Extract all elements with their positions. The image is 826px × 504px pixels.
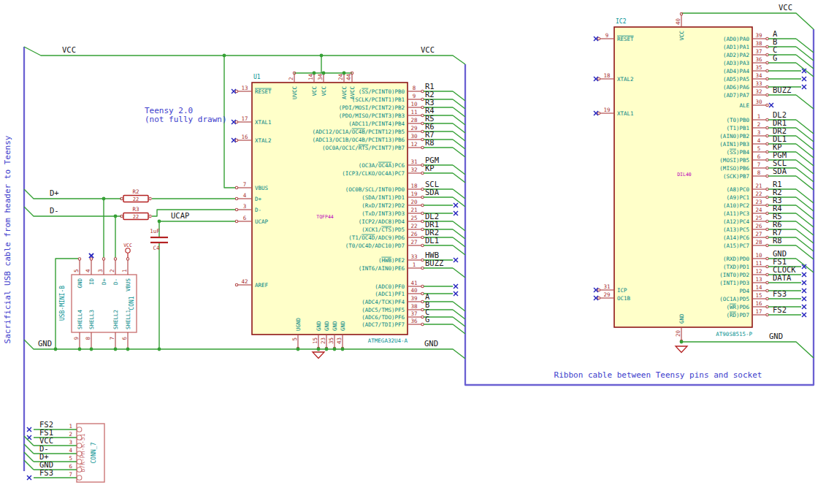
pin-circle[interactable] xyxy=(77,467,82,473)
pin-number[interactable]: 18 xyxy=(410,183,418,189)
pin-end[interactable] xyxy=(421,122,424,124)
pin-number[interactable]: 1 xyxy=(121,269,128,272)
pin-end[interactable] xyxy=(149,197,151,199)
pin-number[interactable]: 6 xyxy=(121,337,128,340)
wire[interactable] xyxy=(24,207,121,216)
bus-entry[interactable] xyxy=(453,165,465,175)
pin-end[interactable] xyxy=(235,90,237,92)
net-label-UCAP[interactable]: UCAP xyxy=(171,211,189,220)
pin-number[interactable]: 15 xyxy=(755,292,762,299)
pin-number[interactable]: 9 xyxy=(605,32,609,39)
resistor-r2[interactable]: R222 xyxy=(121,188,151,202)
pin-name[interactable]: VBUS xyxy=(125,278,131,292)
pin-number[interactable]: 9 xyxy=(73,337,80,340)
pin-number[interactable]: 31 xyxy=(410,159,417,165)
pin-name[interactable]: ICP xyxy=(617,287,627,294)
pin-number[interactable]: 6 xyxy=(243,215,247,221)
ground-symbol-icon[interactable] xyxy=(313,352,324,359)
pin-name[interactable]: (WR)PD6 xyxy=(726,304,749,310)
pin-end[interactable] xyxy=(421,98,424,100)
pin-number[interactable]: 1 xyxy=(413,261,416,268)
pin-end[interactable] xyxy=(766,236,768,238)
pin-number[interactable]: 3 xyxy=(97,269,104,272)
pin-number[interactable]: 10 xyxy=(755,252,762,259)
pin-number[interactable]: 43 xyxy=(336,337,343,344)
pin-name[interactable]: (PDO/MISO/PCINT3)PB3 xyxy=(339,112,405,119)
wire[interactable] xyxy=(24,189,121,199)
pin-number[interactable]: 37 xyxy=(410,310,417,317)
net-label-SDA[interactable]: SDA xyxy=(425,188,440,196)
pin-number[interactable]: 20 xyxy=(410,199,418,205)
pin-number[interactable]: 21 xyxy=(755,183,762,189)
pin-name[interactable]: (MISO)PB6 xyxy=(719,165,749,172)
pin-name[interactable]: SHELL2 xyxy=(112,310,119,329)
pin-number[interactable]: 2 xyxy=(69,431,72,438)
no-connect-icon[interactable] xyxy=(769,103,773,107)
pin-end[interactable] xyxy=(421,172,424,174)
net-label-FS3[interactable]: FS3 xyxy=(773,289,787,298)
net-label-VCC[interactable]: VCC xyxy=(421,45,435,54)
pin-number[interactable]: 4 xyxy=(243,192,247,199)
pin-number[interactable]: 33 xyxy=(755,80,762,87)
pin-end[interactable] xyxy=(421,106,424,108)
pin-name[interactable]: (OC3A/OC4A)PC6 xyxy=(359,162,405,169)
con1-value[interactable]: USB-MINI-B xyxy=(59,286,66,321)
pin-end[interactable] xyxy=(597,37,600,39)
pin-end[interactable] xyxy=(680,12,682,15)
pin-number[interactable]: 40 xyxy=(410,287,418,294)
pin-name[interactable]: (A11)PC3 xyxy=(723,210,749,217)
no-connect-icon[interactable] xyxy=(802,313,806,317)
pin-name[interactable]: SHELL4 xyxy=(77,309,83,329)
pin-number[interactable]: 3 xyxy=(69,439,72,446)
bus-entry[interactable] xyxy=(453,189,465,199)
no-connect-icon[interactable] xyxy=(802,280,806,285)
pin-number[interactable]: 30 xyxy=(755,99,762,105)
pin-number[interactable]: 2 xyxy=(757,121,761,128)
pin-number[interactable]: 42 xyxy=(241,278,248,285)
pin-number[interactable]: 38 xyxy=(410,303,418,310)
pin-number[interactable]: 44 xyxy=(345,73,352,80)
net-label-FS3[interactable]: FS3 xyxy=(39,468,53,477)
pin-number[interactable]: 22 xyxy=(410,223,417,229)
pin-circle[interactable] xyxy=(77,459,82,465)
pin-name[interactable]: (INT6/AIN0)PE6 xyxy=(359,265,405,272)
pin-end[interactable] xyxy=(766,289,768,291)
pin-name[interactable]: (ADC7/TDI)PF7 xyxy=(362,321,405,328)
pin-number[interactable]: 29 xyxy=(603,291,610,298)
bus-entry[interactable] xyxy=(24,452,34,462)
bus-entry[interactable] xyxy=(796,136,814,150)
pin-number[interactable]: 4 xyxy=(757,137,761,144)
bus-entry[interactable] xyxy=(796,128,814,142)
pin-name[interactable]: (A14)PC6 xyxy=(723,234,750,241)
pin-end[interactable] xyxy=(766,77,768,80)
bus-entry[interactable] xyxy=(796,95,814,109)
pin-end[interactable] xyxy=(421,146,424,148)
pin-number[interactable]: 17 xyxy=(241,115,248,122)
pin-name[interactable]: RESET xyxy=(617,36,634,42)
pin-end[interactable] xyxy=(114,258,116,260)
pin-end[interactable] xyxy=(421,204,424,206)
pin-number[interactable]: 34 xyxy=(317,73,324,80)
pin-number[interactable]: 37 xyxy=(755,48,762,55)
pin-number[interactable]: 33 xyxy=(410,253,417,260)
pin-end[interactable] xyxy=(421,285,424,287)
pin-end[interactable] xyxy=(421,236,424,238)
pin-number[interactable]: 27 xyxy=(410,239,417,245)
pin-number[interactable]: 12 xyxy=(755,268,762,275)
bus-entry[interactable] xyxy=(453,324,465,334)
pin-name[interactable]: (T0)PB0 xyxy=(726,117,749,123)
pin-end[interactable] xyxy=(766,265,768,267)
bus-entry[interactable] xyxy=(796,245,814,259)
pin-number[interactable]: 36 xyxy=(755,56,762,63)
pin-name[interactable]: (AD6)PA6 xyxy=(723,84,750,91)
bus-entry[interactable] xyxy=(24,460,34,470)
pin-name[interactable]: (A10)PC2 xyxy=(723,202,749,209)
pin-name[interactable]: (ADC5/TMS)PF5 xyxy=(362,307,405,313)
pin-name[interactable]: ALE xyxy=(739,102,749,109)
pin-name[interactable]: (OC0A/OC1C/RTS/PCINT7)PB7 xyxy=(322,145,405,151)
pin-name[interactable]: D- xyxy=(255,207,261,213)
pin-name[interactable]: (AIN0)PB2 xyxy=(719,133,749,140)
pin-number[interactable]: 34 xyxy=(755,72,762,79)
net-label-D-[interactable]: D- xyxy=(50,206,59,215)
con1-reference[interactable]: CON1 xyxy=(129,296,135,310)
